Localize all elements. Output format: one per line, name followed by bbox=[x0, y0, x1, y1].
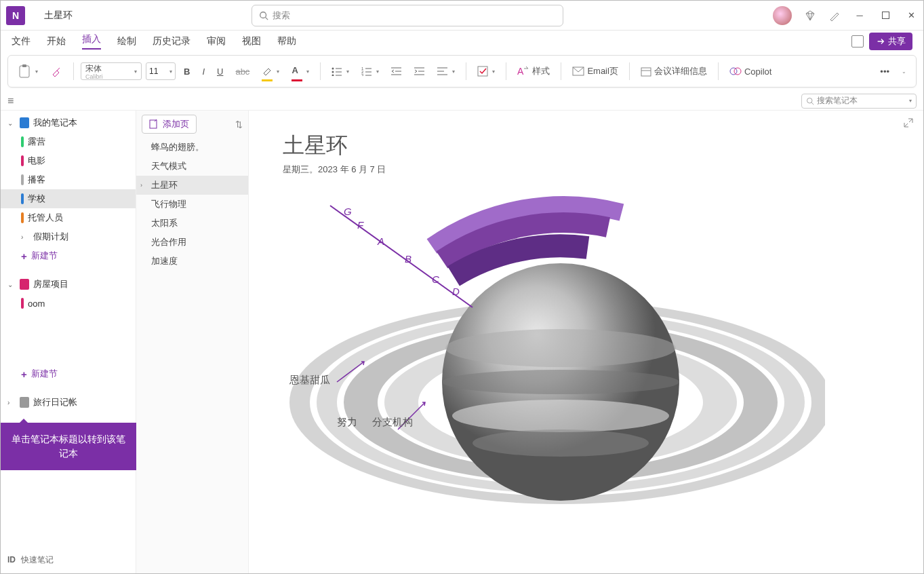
annotation-nuli: 努力 bbox=[337, 416, 357, 429]
add-page-button[interactable]: 添加页 bbox=[142, 115, 197, 134]
styles-label: 样式 bbox=[532, 65, 550, 77]
maximize-button[interactable] bbox=[879, 9, 892, 22]
underline-button[interactable]: U bbox=[213, 61, 227, 81]
search-notebooks[interactable]: 搜索笔记本 ▾ bbox=[801, 94, 917, 109]
chevron-right-icon: › bbox=[21, 233, 29, 241]
plus-icon: + bbox=[21, 368, 27, 380]
quick-notes-id: ID bbox=[7, 555, 16, 565]
section-label: 托管人员 bbox=[28, 212, 63, 224]
share-button[interactable]: 共享 bbox=[869, 33, 912, 50]
sort-icon[interactable]: ⇅ bbox=[235, 119, 243, 130]
section-item[interactable]: 播客 bbox=[1, 170, 136, 189]
page-item[interactable]: ›太阳系 bbox=[136, 214, 248, 233]
notebook-item[interactable]: › 旅行日记帐 bbox=[1, 393, 136, 412]
indent-button[interactable] bbox=[410, 61, 429, 81]
search-placeholder: 搜索 bbox=[273, 9, 290, 22]
notebook-item[interactable]: ⌄ 我的笔记本 bbox=[1, 113, 136, 132]
font-size-select[interactable]: 11▾ bbox=[146, 62, 176, 80]
copilot-button[interactable]: Copilot bbox=[725, 61, 776, 81]
align-icon bbox=[437, 66, 448, 76]
menu-review[interactable]: 审阅 bbox=[207, 35, 226, 47]
page-item[interactable]: ›土星环 bbox=[136, 176, 248, 195]
mail-icon bbox=[572, 66, 584, 76]
note-canvas[interactable]: 土星环 星期三。2023 年 6 月 7 日 bbox=[249, 111, 923, 573]
font-name: 宋体 bbox=[85, 63, 103, 75]
page-item[interactable]: ›飞行物理 bbox=[136, 195, 248, 214]
section-group-item[interactable]: ›假期计划 bbox=[1, 227, 136, 246]
section-item[interactable]: 露营 bbox=[1, 132, 136, 151]
section-item[interactable]: oom bbox=[1, 294, 136, 313]
page-label: 土星环 bbox=[151, 179, 178, 191]
meeting-details-button[interactable]: 会议详细信息 bbox=[637, 61, 711, 81]
bullets-button[interactable]: ▾ bbox=[327, 61, 353, 81]
numbering-button[interactable]: 123▾ bbox=[357, 61, 383, 81]
page-item[interactable]: ›光合作用 bbox=[136, 233, 248, 252]
align-button[interactable]: ▾ bbox=[433, 61, 459, 81]
page-item[interactable]: ›天气模式 bbox=[136, 157, 248, 176]
numlist-icon: 123 bbox=[361, 66, 372, 76]
hamburger-icon[interactable]: ≡ bbox=[7, 95, 14, 107]
note-title[interactable]: 土星环 bbox=[283, 131, 348, 161]
font-color-button[interactable]: A▾ bbox=[287, 61, 313, 81]
font-name-select[interactable]: 宋体Calibri ▾ bbox=[81, 62, 142, 80]
strike-button[interactable]: abc bbox=[231, 61, 254, 81]
page-item[interactable]: ›加速度 bbox=[136, 252, 248, 271]
check-icon bbox=[477, 66, 488, 77]
search-box[interactable]: 搜索 bbox=[252, 5, 563, 26]
notebook-item[interactable]: ⌄ 房屋项目 bbox=[1, 275, 136, 294]
section-item[interactable]: 电影 bbox=[1, 151, 136, 170]
email-page-button[interactable]: Email页 bbox=[568, 61, 622, 81]
pen-icon[interactable] bbox=[828, 9, 841, 22]
menu-file[interactable]: 文件 bbox=[12, 35, 31, 47]
menu-home[interactable]: 开始 bbox=[47, 35, 66, 47]
avatar[interactable] bbox=[773, 6, 792, 25]
notebook-nav: ⌄ 我的笔记本 露营 电影 播客 学校 托管人员 ›假期计划 +新建节 ⌄ 房屋… bbox=[1, 111, 136, 573]
meeting-label: 会议详细信息 bbox=[654, 65, 707, 77]
page-item[interactable]: ›蜂鸟的翅膀。 bbox=[136, 138, 248, 157]
app-icon: N bbox=[6, 6, 25, 25]
diamond-icon[interactable] bbox=[804, 9, 816, 22]
svg-point-0 bbox=[260, 12, 266, 18]
styles-button[interactable]: A 样式 bbox=[513, 61, 554, 81]
section-color bbox=[21, 155, 24, 166]
annotation-enki: 恩基甜瓜 bbox=[289, 374, 330, 387]
svg-point-50 bbox=[473, 429, 649, 457]
section-item[interactable]: 托管人员 bbox=[1, 208, 136, 227]
ring-label-b: B bbox=[405, 253, 411, 265]
svg-point-30 bbox=[730, 68, 737, 75]
notebook-icon bbox=[20, 117, 29, 128]
section-item[interactable]: 学校 bbox=[1, 189, 136, 208]
minimize-button[interactable]: ─ bbox=[853, 9, 866, 22]
todo-tag-button[interactable]: ▾ bbox=[473, 61, 499, 81]
menu-insert[interactable]: 插入 bbox=[82, 33, 101, 50]
menu-view[interactable]: 视图 bbox=[242, 35, 261, 47]
bold-button[interactable]: B bbox=[180, 61, 194, 81]
section-color bbox=[21, 136, 24, 147]
ribbon: ▾ 宋体Calibri ▾ 11▾ B I U abc ▾ A▾ ▾ 123▾ … bbox=[7, 55, 917, 88]
menu-history[interactable]: 历史记录 bbox=[153, 35, 190, 47]
window-mode-icon[interactable] bbox=[851, 35, 864, 47]
more-button[interactable]: ••• bbox=[876, 61, 893, 81]
add-section-button[interactable]: +新建节 bbox=[1, 246, 136, 265]
outdent-button[interactable] bbox=[387, 61, 406, 81]
notebook-label: 旅行日记帐 bbox=[33, 396, 77, 408]
paste-button[interactable]: ▾ bbox=[14, 61, 42, 81]
add-section-button[interactable]: +新建节 bbox=[1, 364, 136, 383]
close-button[interactable]: ✕ bbox=[904, 9, 918, 22]
svg-point-4 bbox=[332, 68, 334, 70]
search-icon bbox=[806, 97, 814, 105]
format-painter-button[interactable] bbox=[46, 61, 66, 81]
highlight-button[interactable]: ▾ bbox=[258, 61, 283, 81]
quick-notes-button[interactable]: ID 快速笔记 bbox=[1, 550, 136, 569]
italic-button[interactable]: I bbox=[198, 61, 209, 81]
section-label: 露营 bbox=[28, 136, 45, 148]
window-title: 土星环 bbox=[35, 5, 82, 26]
svg-rect-25 bbox=[478, 66, 487, 76]
copilot-label: Copilot bbox=[744, 66, 771, 77]
menu-draw[interactable]: 绘制 bbox=[117, 35, 136, 47]
menu-help[interactable]: 帮助 bbox=[277, 35, 296, 47]
expand-icon[interactable] bbox=[903, 117, 914, 128]
svg-rect-34 bbox=[150, 120, 157, 128]
note-date: 星期三。2023 年 6 月 7 日 bbox=[283, 164, 386, 176]
ribbon-collapse-button[interactable]: ⌄ bbox=[896, 61, 910, 81]
